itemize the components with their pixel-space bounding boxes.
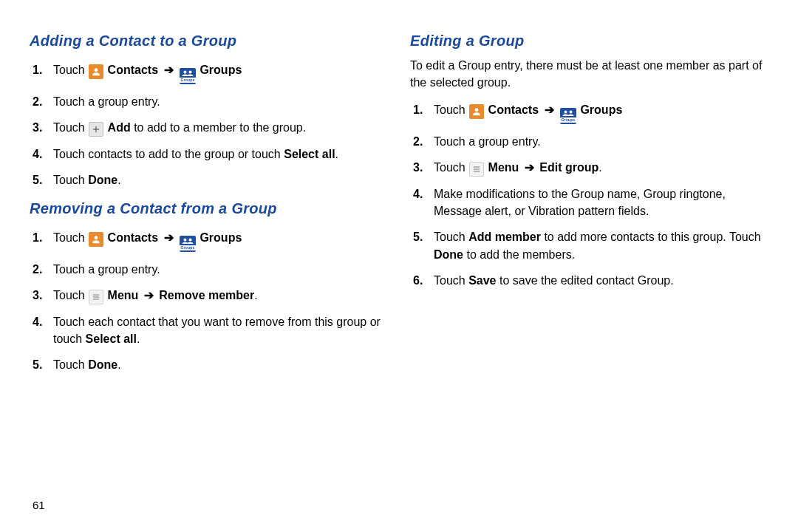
arrow-icon: ➔: [162, 231, 176, 244]
text: Touch: [53, 64, 88, 76]
svg-point-10: [569, 111, 572, 114]
text: .: [137, 332, 140, 345]
contact-icon: [469, 104, 484, 119]
list-item: Touch Contacts ➔ Groups Groups: [429, 97, 776, 129]
text: Touch: [53, 231, 88, 244]
steps-removing: Touch Contacts ➔ Groups Groups Touch a g…: [30, 225, 395, 378]
text: Touch: [434, 274, 468, 287]
list-item: Touch Contacts ➔ Groups Groups: [49, 57, 395, 89]
bold: Add member: [468, 231, 541, 243]
groups-icon: Groups: [560, 108, 576, 124]
svg-point-4: [183, 239, 186, 242]
bold: Select all: [86, 332, 137, 345]
arrow-icon: ➔: [142, 289, 156, 301]
text: Touch: [53, 289, 88, 301]
menu-icon: [89, 290, 103, 304]
bold: Done: [88, 358, 117, 371]
groups-mini-label: Groups: [180, 245, 196, 250]
text: to save the edited contact Group.: [497, 274, 674, 287]
list-item: Touch Done.: [49, 167, 395, 193]
text: Touch: [53, 121, 88, 134]
right-column: Editing a Group To edit a Group entry, t…: [410, 30, 776, 517]
manual-page: Adding a Contact to a Group Touch Contac…: [0, 0, 798, 532]
arrow-icon: ➔: [542, 103, 556, 116]
text: Touch: [434, 231, 468, 243]
bold: Select all: [284, 148, 335, 160]
list-item: Touch Menu ➔ Edit group.: [429, 154, 776, 181]
groups-icon: Groups: [180, 236, 196, 252]
text: Touch: [53, 358, 88, 371]
groups-label: Groups: [580, 103, 622, 116]
steps-adding: Touch Contacts ➔ Groups Groups Touch a g…: [30, 57, 395, 193]
bold: Done: [88, 174, 117, 186]
bold: Save: [468, 274, 496, 287]
list-item: Touch a group entry.: [49, 256, 395, 282]
list-item: Touch Menu ➔ Remove member.: [49, 282, 395, 309]
list-item: Touch Add to add to a member to the grou…: [49, 115, 395, 141]
contacts-label: Contacts: [108, 64, 158, 76]
groups-mini-label: Groups: [180, 78, 196, 83]
list-item: Touch each contact that you want to remo…: [49, 309, 395, 352]
menu-label: Menu: [108, 289, 139, 301]
list-item: Touch Done.: [49, 352, 395, 378]
text: .: [254, 289, 257, 301]
arrow-icon: ➔: [522, 161, 536, 174]
heading-editing: Editing a Group: [410, 33, 776, 50]
menu-icon: [469, 162, 484, 177]
groups-label: Groups: [200, 231, 242, 244]
bold: Done: [434, 248, 463, 261]
groups-mini-label: Groups: [560, 117, 576, 123]
groups-icon: Groups: [180, 68, 196, 84]
text: Touch: [53, 174, 88, 186]
heading-removing: Removing a Contact from a Group: [30, 200, 395, 217]
plus-icon: [89, 122, 103, 137]
bold: Remove member: [159, 289, 254, 301]
list-item: Make modifications to the Group name, Gr…: [429, 181, 776, 224]
text: Touch: [434, 161, 468, 174]
list-item: Touch a group entry.: [49, 89, 395, 115]
groups-label: Groups: [200, 64, 242, 76]
list-item: Touch a group entry.: [429, 129, 776, 154]
contacts-label: Contacts: [108, 231, 158, 244]
contact-icon: [89, 64, 103, 79]
svg-point-5: [188, 239, 191, 242]
contacts-label: Contacts: [488, 103, 539, 116]
intro-text: To edit a Group entry, there must be at …: [410, 57, 776, 91]
arrow-icon: ➔: [162, 64, 176, 76]
svg-point-1: [188, 71, 191, 74]
text: to add more contacts to this group. Touc…: [541, 231, 761, 243]
list-item: Touch contacts to add to the group or to…: [49, 141, 395, 167]
svg-point-0: [183, 71, 186, 74]
text: .: [598, 161, 601, 174]
add-label: Add: [108, 121, 131, 134]
left-column: Adding a Contact to a Group Touch Contac…: [30, 30, 395, 517]
contact-icon: [89, 232, 103, 247]
page-number: 61: [33, 499, 45, 511]
bold: Edit group: [539, 161, 598, 174]
list-item: Touch Contacts ➔ Groups Groups: [49, 225, 395, 256]
steps-editing: Touch Contacts ➔ Groups Groups Touch a g…: [410, 97, 776, 293]
text: Touch contacts to add to the group or to…: [53, 148, 284, 160]
text: to add the members.: [463, 248, 575, 261]
text: Touch: [434, 103, 468, 116]
text: .: [117, 174, 120, 186]
list-item: Touch Add member to add more contacts to…: [429, 224, 776, 267]
list-item: Touch Save to save the edited contact Gr…: [429, 267, 776, 293]
text: .: [117, 358, 120, 371]
svg-point-9: [564, 111, 567, 114]
heading-adding: Adding a Contact to a Group: [30, 33, 395, 50]
menu-label: Menu: [488, 161, 519, 174]
text: to add to a member to the group.: [134, 121, 306, 134]
text: .: [335, 148, 338, 160]
